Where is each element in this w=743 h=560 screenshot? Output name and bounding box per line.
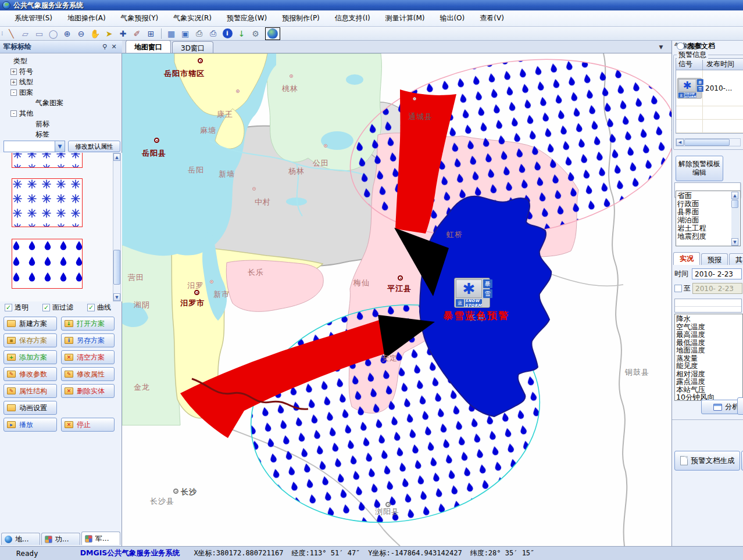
toolbar-grip[interactable]: ⁞ bbox=[1, 30, 2, 37]
checkbox[interactable]: ✓ 透明 bbox=[5, 303, 28, 313]
element-list-item[interactable]: 降水 bbox=[676, 315, 742, 323]
chevron-down-icon[interactable]: ▼ bbox=[55, 141, 65, 152]
tree-item[interactable]: 标签 bbox=[27, 129, 119, 139]
tree-item[interactable]: - 图案 bbox=[10, 87, 119, 98]
zoom-in-icon[interactable]: ⊕ bbox=[61, 28, 74, 40]
element-list-item[interactable]: 地面温度 bbox=[676, 346, 742, 354]
layer-list-item[interactable]: 湖泊面 bbox=[677, 216, 740, 224]
move-icon[interactable]: ✚ bbox=[117, 28, 130, 40]
cancel-warning-template-button[interactable]: 解除预警模板编辑 bbox=[676, 156, 723, 181]
layer-list-item[interactable]: 县界面 bbox=[677, 208, 740, 216]
panel-tab[interactable]: 功... bbox=[41, 533, 80, 545]
time-date-field[interactable]: 2010- 2-23 bbox=[692, 268, 742, 279]
table-row[interactable] bbox=[676, 106, 743, 120]
tree-item[interactable]: 类型 bbox=[5, 56, 119, 66]
tree-expander-icon[interactable]: - bbox=[10, 110, 17, 117]
tree-item[interactable]: + 符号 bbox=[10, 66, 119, 77]
zoom-out-icon[interactable]: ⊖ bbox=[75, 28, 88, 40]
menu-item[interactable]: 气象预报(Y) bbox=[113, 11, 166, 26]
table-row[interactable]: ✱ 暴雪 蓝SNOW STORM 2010-... bbox=[676, 70, 743, 106]
element-list-item[interactable]: 相对湿度 bbox=[676, 370, 742, 378]
table-row[interactable] bbox=[676, 120, 743, 133]
element-list-item[interactable]: 最高温度 bbox=[676, 331, 742, 339]
element-list-item[interactable]: 露点温度 bbox=[676, 378, 742, 386]
ellipse-tool-icon[interactable]: ◯ bbox=[47, 28, 60, 40]
menu-item[interactable]: 测量计算(M) bbox=[378, 11, 433, 26]
zoom-window-icon[interactable]: ⊞ bbox=[145, 28, 158, 40]
tree-item[interactable]: + 线型 bbox=[10, 77, 119, 87]
menu-item[interactable]: 预警应急(W) bbox=[219, 11, 274, 26]
tab[interactable]: 其 bbox=[729, 253, 743, 265]
window-icon[interactable]: ▣ bbox=[179, 28, 192, 40]
polygon-tool-icon[interactable]: ▱ bbox=[19, 28, 32, 40]
menu-item[interactable]: 查看(V) bbox=[472, 11, 512, 26]
generate-warning-doc-button[interactable]: 预警文档生成 bbox=[674, 451, 740, 471]
print-icon[interactable]: ⎙ bbox=[193, 28, 206, 40]
menu-item[interactable]: 气象实况(R) bbox=[166, 11, 219, 26]
menu-item[interactable]: 预报制作(P) bbox=[274, 11, 327, 26]
tree-item[interactable]: - 其他 bbox=[10, 108, 119, 119]
print-color-icon[interactable]: ⎙ bbox=[207, 28, 220, 40]
checkbox[interactable]: ✓ 面过滤 bbox=[42, 303, 73, 313]
raindrop-pattern-swatch[interactable] bbox=[12, 239, 83, 289]
checkbox[interactable]: ✓ 曲线 bbox=[87, 303, 111, 313]
pin-icon[interactable]: ⚲ bbox=[100, 42, 109, 51]
map-tab[interactable]: 地图窗口 bbox=[126, 40, 171, 53]
snowflake-pattern-swatch[interactable] bbox=[12, 178, 83, 227]
panel-tab[interactable]: 地... bbox=[1, 533, 40, 545]
element-list-item[interactable]: 本站气压 bbox=[676, 386, 742, 394]
to-date-field[interactable]: 2010- 2-23 bbox=[692, 283, 742, 294]
map-canvas[interactable]: 桃林康王麻塘岳阳新墙杨林公田中村虹桥长乐营田汨罗新市湘阴梅仙金龙安定长寿通城县铜… bbox=[122, 53, 671, 546]
settings-gear-icon[interactable]: ⚙ bbox=[249, 28, 262, 40]
brush-icon[interactable]: ✐ bbox=[131, 28, 144, 40]
info-icon[interactable]: i bbox=[223, 28, 233, 38]
layer-list-item[interactable]: 岩土工程 bbox=[677, 224, 740, 232]
to-checkbox[interactable]: ✓ bbox=[674, 285, 682, 292]
tree-expander-icon[interactable]: + bbox=[10, 79, 17, 85]
checkbox-box[interactable]: ✓ bbox=[87, 304, 95, 311]
layer-list-item[interactable]: 行政面 bbox=[677, 200, 740, 208]
element-list-item[interactable]: 最低温度 bbox=[676, 339, 742, 347]
panel-tab[interactable]: 军... bbox=[81, 532, 120, 545]
download-icon[interactable]: ↓ bbox=[235, 28, 248, 40]
tab[interactable]: 实况 bbox=[673, 252, 700, 265]
element-list-item[interactable]: 空气温度 bbox=[676, 323, 742, 331]
symbol-combo[interactable]: ▼ bbox=[3, 141, 65, 152]
map-tab[interactable]: 3D窗口 bbox=[172, 41, 213, 53]
select-arrow-icon[interactable]: ➤ bbox=[103, 28, 116, 40]
button-icon: ▪ bbox=[7, 337, 16, 344]
image-icon[interactable]: ▦ bbox=[165, 28, 178, 40]
menu-item[interactable]: 信息支持(I) bbox=[327, 11, 378, 26]
snowstorm-warning-sign[interactable]: ✱ 暴 雪 蓝 SNOW STORM bbox=[454, 278, 490, 308]
element-list-item[interactable]: 蒸发量 bbox=[676, 354, 742, 362]
modify-default-attrs-button[interactable]: 修改默认属性 bbox=[68, 141, 120, 152]
globe-tool-icon[interactable]: ● bbox=[267, 28, 278, 39]
clipped-button[interactable] bbox=[737, 397, 743, 415]
snowflake-pattern-swatch-clipped[interactable] bbox=[12, 153, 83, 168]
tabstrip-dropdown-icon[interactable]: ▼ bbox=[656, 44, 666, 50]
checkbox-box[interactable]: ✓ bbox=[5, 304, 12, 311]
col-publish-time[interactable]: 发布时间 bbox=[703, 59, 743, 70]
layer-list-item[interactable]: 省面 bbox=[677, 192, 740, 200]
line-tool-icon[interactable]: ╲ bbox=[5, 28, 18, 40]
close-icon[interactable]: ✕ bbox=[109, 42, 119, 51]
radio-icon[interactable] bbox=[677, 42, 684, 50]
tree-item[interactable]: 箭标 bbox=[27, 119, 119, 129]
element-list-item[interactable]: 能见度 bbox=[676, 362, 742, 370]
menu-item[interactable]: 输出(O) bbox=[432, 11, 472, 26]
checkbox-box[interactable]: ✓ bbox=[42, 304, 50, 311]
table-hscrollbar[interactable]: ◀ bbox=[676, 138, 741, 146]
element-combo-box[interactable] bbox=[674, 299, 742, 313]
menu-item[interactable]: 地图操作(A) bbox=[60, 11, 113, 26]
tree-expander-icon[interactable]: - bbox=[10, 89, 17, 96]
tab[interactable]: 预报 bbox=[701, 253, 728, 265]
pan-icon[interactable]: ✋ bbox=[89, 28, 102, 40]
menu-item[interactable]: 系统管理(S) bbox=[7, 11, 60, 26]
layer-list-scrollbar[interactable]: ▲ ▼ bbox=[731, 192, 740, 246]
tree-expander-icon[interactable]: + bbox=[10, 69, 17, 75]
swatch-scrollbar[interactable]: ▲ ▼ bbox=[113, 153, 121, 301]
tree-item[interactable]: 气象图案 bbox=[27, 98, 119, 108]
col-signal[interactable]: 信号 bbox=[676, 59, 703, 70]
layer-list-item[interactable]: 地震烈度 bbox=[677, 232, 740, 240]
rectangle-tool-icon[interactable]: ▭ bbox=[33, 28, 46, 40]
